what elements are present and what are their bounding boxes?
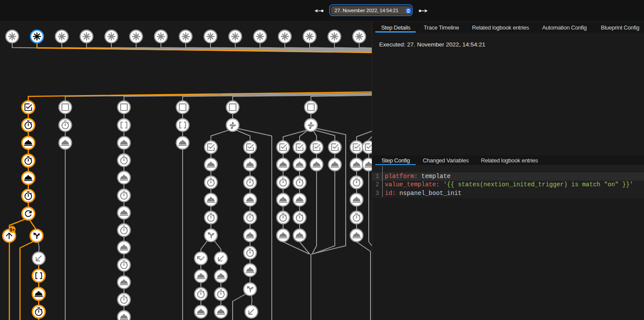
svg-text:9+: 9+ [10,227,15,232]
